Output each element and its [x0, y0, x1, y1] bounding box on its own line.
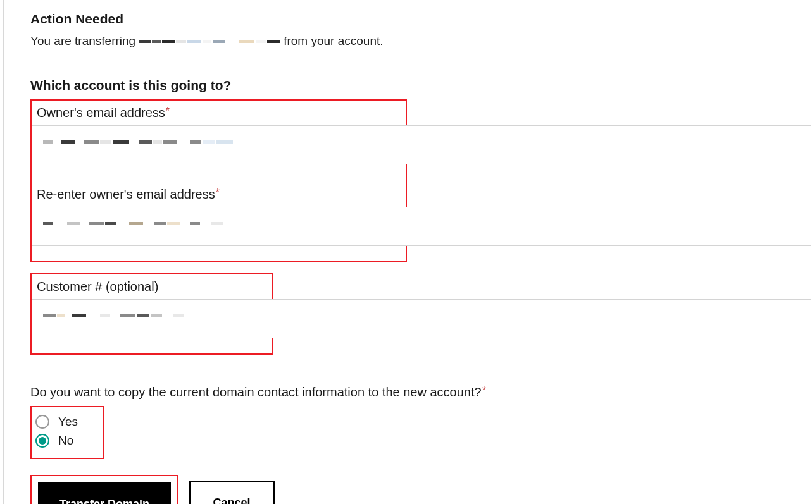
owner-email-label: Owner's email address* [37, 106, 401, 120]
copy-contact-question: Do you want to copy the current domain c… [30, 385, 812, 400]
radio-no-circle[interactable] [35, 434, 49, 448]
redacted-domain [139, 40, 280, 43]
reenter-email-input[interactable] [32, 207, 811, 246]
radio-no-inner [39, 437, 46, 445]
transfer-button-highlight: Transfer Domain [30, 475, 178, 504]
reenter-email-label-text: Re-enter owner's email address [37, 187, 215, 201]
owner-email-input[interactable] [32, 125, 811, 164]
radio-yes-row[interactable]: Yes [35, 415, 78, 429]
required-mark: * [482, 385, 486, 396]
cancel-button[interactable]: Cancel [189, 481, 275, 504]
required-mark: * [166, 106, 170, 116]
email-fields-highlight: Owner's email address* Re-enter owner's … [30, 99, 407, 262]
radio-group-highlight: Yes No [30, 406, 104, 459]
reenter-email-label: Re-enter owner's email address* [37, 187, 401, 202]
action-needed-heading: Action Needed [30, 11, 812, 27]
customer-number-highlight: Customer # (optional) [30, 273, 273, 355]
radio-yes-circle[interactable] [35, 415, 49, 429]
required-mark: * [216, 187, 220, 198]
customer-number-input[interactable] [32, 299, 811, 338]
radio-no-label: No [58, 434, 73, 448]
subtext-suffix: from your account. [284, 33, 383, 50]
transfer-domain-button[interactable]: Transfer Domain [38, 482, 171, 504]
radio-yes-label: Yes [58, 415, 78, 429]
account-question: Which account is this going to? [30, 78, 812, 93]
radio-no-row[interactable]: No [35, 434, 78, 448]
owner-email-label-text: Owner's email address [37, 106, 165, 120]
customer-number-label: Customer # (optional) [37, 280, 267, 294]
transfer-subtext: You are transferring from your account. [30, 33, 812, 50]
copy-contact-question-text: Do you want to copy the current domain c… [30, 385, 482, 399]
subtext-prefix: You are transferring [30, 33, 135, 50]
